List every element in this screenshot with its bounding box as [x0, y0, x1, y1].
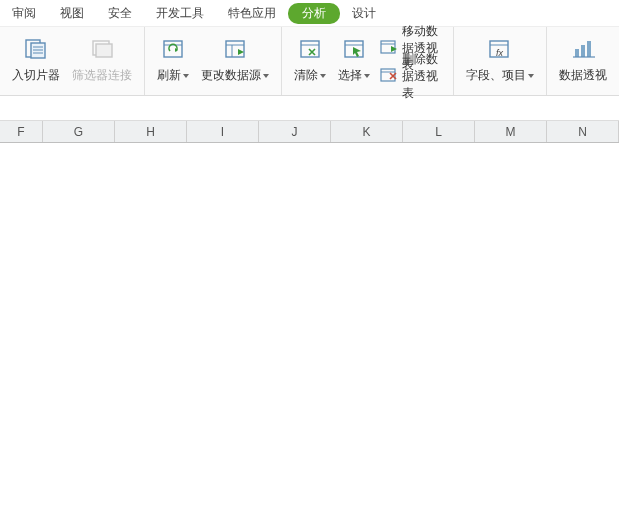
fields-items-button[interactable]: fx 字段、项目	[460, 35, 540, 93]
sheet-cells[interactable]	[0, 143, 619, 513]
tab-security[interactable]: 安全	[96, 2, 144, 25]
tab-review[interactable]: 审阅	[0, 2, 48, 25]
svg-marker-21	[391, 46, 397, 52]
fields-items-label: 字段、项目	[466, 67, 526, 84]
tab-devtools[interactable]: 开发工具	[144, 2, 216, 25]
filter-connections-label: 筛选器连接	[72, 67, 132, 84]
filter-connections-button: 筛选器连接	[66, 35, 138, 93]
select-icon	[342, 37, 366, 61]
col-header[interactable]: L	[403, 121, 475, 142]
chevron-down-icon	[183, 74, 189, 78]
data-source-icon	[223, 37, 247, 61]
group-actions: 清除 选择 移动数据透视表 删除数据透视表	[282, 27, 454, 95]
change-data-source-button[interactable]: 更改数据源	[195, 35, 275, 93]
col-header[interactable]: G	[43, 121, 115, 142]
group-chart: 数据透视	[547, 27, 619, 95]
fx-icon: fx	[488, 37, 512, 61]
refresh-button[interactable]: 刷新	[151, 35, 195, 93]
move-arrow-icon	[380, 40, 398, 56]
tab-view[interactable]: 视图	[48, 2, 96, 25]
pivot-chart-label: 数据透视	[559, 67, 607, 84]
insert-slicer-button[interactable]: 入切片器	[6, 35, 66, 93]
group-calc: fx 字段、项目	[454, 27, 547, 95]
col-header[interactable]: M	[475, 121, 547, 142]
clear-button[interactable]: 清除	[288, 35, 332, 93]
svg-marker-18	[353, 47, 361, 57]
tab-analysis[interactable]: 分析	[288, 3, 340, 24]
select-label: 选择	[338, 67, 362, 84]
chevron-down-icon	[528, 74, 534, 78]
group-data: 刷新 更改数据源	[145, 27, 282, 95]
svg-rect-7	[164, 41, 182, 57]
menu-tabs: 审阅 视图 安全 开发工具 特色应用 分析 设计	[0, 0, 619, 26]
chevron-down-icon	[320, 74, 326, 78]
chevron-down-icon	[364, 74, 370, 78]
col-header[interactable]: H	[115, 121, 187, 142]
column-headers: F G H I J K L M N	[0, 121, 619, 143]
change-data-source-label: 更改数据源	[201, 67, 261, 84]
delete-x-icon	[380, 68, 398, 84]
col-header[interactable]: F	[0, 121, 43, 142]
clear-icon	[298, 37, 322, 61]
pivot-chart-button[interactable]: 数据透视	[553, 35, 613, 93]
clear-label: 清除	[294, 67, 318, 84]
chevron-down-icon	[263, 74, 269, 78]
refresh-icon	[161, 37, 185, 61]
slicer-icon	[24, 37, 48, 61]
ribbon: 入切片器 筛选器连接 刷新 更改数据源 清除	[0, 26, 619, 96]
tab-design[interactable]: 设计	[340, 2, 388, 25]
formula-bar-area	[0, 96, 619, 121]
col-header[interactable]: N	[547, 121, 619, 142]
svg-rect-28	[581, 45, 585, 57]
tab-featured[interactable]: 特色应用	[216, 2, 288, 25]
refresh-label: 刷新	[157, 67, 181, 84]
col-header[interactable]: K	[331, 121, 403, 142]
col-header[interactable]: I	[187, 121, 259, 142]
delete-pivot-label: 删除数据透视表	[402, 51, 443, 102]
filter-icon	[90, 37, 114, 61]
pivot-chart-icon	[571, 37, 595, 61]
select-button[interactable]: 选择	[332, 35, 376, 93]
delete-pivot-button[interactable]: 删除数据透视表	[376, 63, 447, 89]
svg-rect-27	[575, 49, 579, 57]
svg-rect-6	[96, 44, 112, 57]
group-slicer: 入切片器 筛选器连接	[0, 27, 145, 95]
svg-text:fx: fx	[496, 48, 504, 58]
svg-rect-10	[226, 41, 244, 57]
col-header[interactable]: J	[259, 121, 331, 142]
svg-marker-13	[238, 49, 244, 55]
svg-rect-29	[587, 41, 591, 57]
insert-slicer-label: 入切片器	[12, 67, 60, 84]
